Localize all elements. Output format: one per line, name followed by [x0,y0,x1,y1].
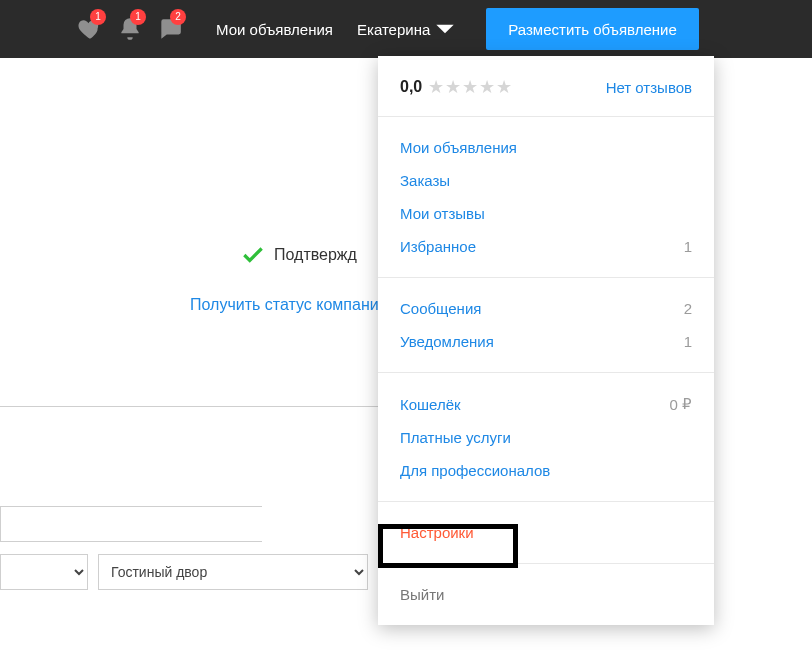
verify-status: Подтвержд [240,242,357,268]
messages-badge: 2 [170,9,186,25]
messages-count: 2 [684,300,692,317]
dropdown-section-settings: Настройки [378,502,714,564]
dropdown-section-inbox: Сообщения 2 Уведомления 1 [378,278,714,373]
post-ad-button[interactable]: Разместить объявление [486,8,698,50]
notifications-icon-button[interactable]: 1 [112,13,148,45]
topbar: 1 1 2 Мои объявления Екатерина Разместит… [0,0,812,58]
verify-label: Подтвержд [274,246,357,264]
menu-favorites[interactable]: Избранное 1 [400,230,692,263]
reviews-link[interactable]: Нет отзывов [606,79,692,96]
wallet-amount: 0 [669,396,677,413]
company-status-link[interactable]: Получить статус компани [190,296,379,314]
ruble-icon: ₽ [682,395,692,413]
menu-logout[interactable]: Выйти [400,578,692,611]
favorites-count: 1 [684,238,692,255]
dropdown-section-money: Кошелёк 0 ₽ Платные услуги Для профессио… [378,373,714,502]
messages-icon-button[interactable]: 2 [152,13,188,45]
menu-paid-services[interactable]: Платные услуги [400,421,692,454]
text-input[interactable] [0,506,262,542]
rating-row: 0,0 ★★★★★ Нет отзывов [378,56,714,117]
dropdown-section-account: Мои объявления Заказы Мои отзывы Избранн… [378,117,714,278]
menu-my-ads[interactable]: Мои объявления [400,131,692,164]
user-dropdown: 0,0 ★★★★★ Нет отзывов Мои объявления Зак… [378,56,714,625]
select-left[interactable] [0,554,88,590]
menu-professionals[interactable]: Для профессионалов [400,454,692,487]
notifications-count: 1 [684,333,692,350]
my-ads-link[interactable]: Мои объявления [216,21,333,38]
chevron-down-icon [432,16,458,42]
select-location[interactable]: Гостиный двор [98,554,368,590]
menu-messages[interactable]: Сообщения 2 [400,292,692,325]
user-name: Екатерина [357,21,430,38]
favorites-badge: 1 [90,9,106,25]
check-icon [240,242,266,268]
user-menu-trigger[interactable]: Екатерина [357,16,458,42]
stars-icon: ★★★★★ [428,76,513,98]
menu-settings[interactable]: Настройки [400,516,474,549]
divider [0,406,380,407]
favorites-icon-button[interactable]: 1 [72,13,108,45]
menu-orders[interactable]: Заказы [400,164,692,197]
rating-value: 0,0 [400,78,422,96]
menu-wallet[interactable]: Кошелёк 0 ₽ [400,387,692,421]
menu-notifications[interactable]: Уведомления 1 [400,325,692,358]
menu-my-reviews[interactable]: Мои отзывы [400,197,692,230]
dropdown-section-logout: Выйти [378,564,714,625]
notifications-badge: 1 [130,9,146,25]
